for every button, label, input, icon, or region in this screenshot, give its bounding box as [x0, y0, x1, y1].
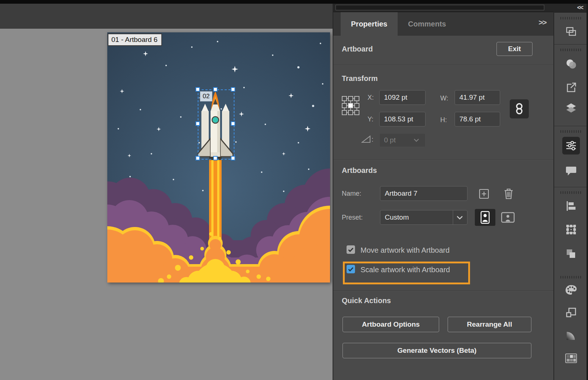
preset-value: Custom	[385, 213, 409, 221]
selection-handle-bottom-left[interactable]	[196, 156, 200, 160]
panel-group-gripper[interactable]	[560, 130, 582, 133]
section-divider	[333, 291, 554, 291]
chevron-down-icon[interactable]	[456, 216, 463, 220]
rail-export-button[interactable]	[562, 79, 580, 96]
checkmark-icon	[348, 267, 354, 271]
panel-group-gripper[interactable]	[560, 191, 582, 194]
tab-comments[interactable]: Comments	[398, 12, 456, 36]
artboard-name-label[interactable]: 01 - Artboard 6	[108, 33, 162, 46]
section-divider	[333, 65, 554, 65]
collapse-panels-button[interactable]: <<	[554, 4, 588, 13]
x-input[interactable]	[379, 90, 426, 105]
selection-handle-mid-right[interactable]	[231, 121, 235, 126]
selection-handle-bottom-right[interactable]	[231, 156, 235, 160]
section-divider	[333, 159, 554, 160]
rail-properties-button[interactable]	[562, 137, 580, 155]
rail-divider	[554, 44, 588, 45]
new-artboard-button[interactable]	[477, 187, 491, 200]
selection-handle-mid-left[interactable]	[196, 121, 200, 126]
gradient-fan-icon	[565, 330, 577, 341]
h-field-label: H:	[440, 116, 447, 124]
selection-handle-bottom-center[interactable]	[213, 156, 218, 160]
select-divider	[453, 210, 453, 224]
properties-sliders-icon	[565, 140, 577, 152]
artboard[interactable]: 01 - Artboard 6 02	[107, 32, 330, 283]
landscape-icon	[501, 212, 515, 223]
panel-icon-rail: <<	[553, 4, 588, 380]
shear-colon: :	[372, 136, 373, 143]
quick-actions-title: Quick Actions	[342, 296, 391, 305]
rail-swatches-palette-button[interactable]	[562, 282, 580, 298]
trash-icon	[503, 188, 514, 200]
link-chain-icon	[514, 102, 525, 116]
constrain-proportions-button[interactable]	[510, 99, 529, 118]
panel-dock-groove	[336, 5, 544, 10]
pathfinder-icon	[565, 248, 577, 260]
panel-group-gripper[interactable]	[560, 49, 582, 51]
illustrator-window: 01 - Artboard 6 02 Properties Comments >…	[0, 0, 588, 380]
reference-point-locator[interactable]	[342, 96, 359, 116]
rail-gradient-button[interactable]	[562, 327, 580, 344]
panel-tab-bar: Properties Comments >>	[333, 12, 554, 36]
control-toolbar	[0, 4, 333, 29]
rearrange-all-button[interactable]: Rearrange All	[448, 317, 531, 332]
delete-artboard-button[interactable]	[502, 187, 515, 201]
panel-dock-strip	[333, 4, 554, 12]
x-field-label: X:	[368, 94, 374, 102]
rail-comments-button[interactable]	[562, 163, 580, 179]
object-number-badge: 02	[200, 91, 212, 102]
exit-button[interactable]: Exit	[496, 42, 533, 56]
scale-artwork-label: Scale artwork with Artboard	[361, 266, 450, 274]
panel-group-gripper[interactable]	[560, 276, 582, 278]
artboards-title: Artboards	[342, 166, 377, 175]
scale-artwork-checkbox[interactable]	[347, 265, 355, 273]
rail-divider	[554, 126, 588, 126]
rail-swap-shapes-button[interactable]	[562, 305, 580, 321]
properties-panel: Properties Comments >> Artboard Exit Tra…	[333, 4, 553, 380]
export-icon	[565, 82, 577, 93]
w-input[interactable]	[455, 90, 500, 105]
selection-handle-top-center[interactable]	[213, 87, 218, 92]
name-label: Name:	[342, 190, 361, 198]
generate-vectors-button[interactable]: Generate Vectors (Beta)	[343, 343, 531, 358]
portrait-orientation-button[interactable]	[475, 209, 495, 226]
artboard-options-button[interactable]: Artboard Options	[343, 317, 439, 332]
align-icon	[565, 200, 577, 212]
rail-swatches-grid-button[interactable]	[562, 350, 580, 366]
checkmark-icon	[348, 248, 354, 252]
panel-group-gripper[interactable]	[560, 17, 582, 19]
rail-divider	[554, 187, 588, 187]
color-icon	[565, 58, 577, 70]
rail-transform-button[interactable]	[562, 221, 580, 238]
artboards-icon	[565, 26, 577, 38]
chevron-down-icon[interactable]	[413, 138, 419, 142]
artboard-name-input[interactable]	[380, 186, 467, 201]
y-field-label: Y:	[368, 116, 373, 123]
selection-handle-top-right[interactable]	[231, 87, 235, 92]
transform-title: Transform	[342, 74, 378, 83]
rail-layers-button[interactable]	[562, 100, 580, 116]
context-label: Artboard	[342, 45, 373, 53]
rail-artboards-button[interactable]	[562, 24, 580, 40]
transform-icon	[565, 224, 577, 235]
portrait-icon	[480, 211, 490, 224]
expand-panel-icon[interactable]: >>	[538, 18, 546, 27]
rail-pathfinder-button[interactable]	[562, 246, 580, 262]
layers-icon	[565, 102, 577, 114]
y-input[interactable]	[379, 112, 426, 127]
preset-label: Preset:	[342, 214, 363, 221]
preset-select[interactable]: Custom	[380, 210, 467, 225]
selection-handle-top-left[interactable]	[196, 87, 200, 92]
landscape-orientation-button[interactable]	[498, 209, 518, 226]
canvas-area[interactable]: 01 - Artboard 6 02	[0, 29, 333, 380]
shear-angle-icon	[361, 135, 371, 143]
h-input[interactable]	[455, 112, 500, 127]
comments-bubble-icon	[565, 165, 577, 176]
plus-square-icon	[478, 188, 490, 199]
tab-properties[interactable]: Properties	[341, 12, 398, 36]
rail-color-button[interactable]	[562, 56, 580, 72]
rail-align-button[interactable]	[562, 198, 580, 214]
w-field-label: W:	[440, 95, 448, 102]
move-artwork-checkbox[interactable]	[347, 245, 355, 254]
swatches-grid-icon	[565, 353, 577, 363]
